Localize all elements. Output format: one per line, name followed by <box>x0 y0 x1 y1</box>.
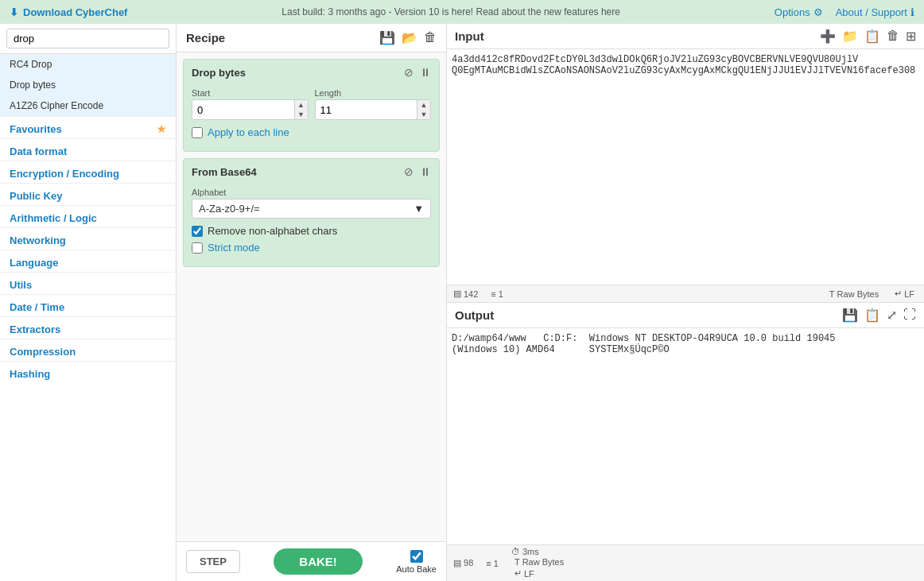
about-link[interactable]: About / Support ℹ <box>836 6 914 18</box>
auto-bake-label[interactable]: Auto Bake <box>396 564 437 574</box>
output-content: D:/wamp64/www C:D:F: Windows NT DESKTOP-… <box>447 328 924 544</box>
output-panel: Output 💾 📋 ⤢ ⛶ D:/wamp64/www C:D:F: Wind… <box>447 303 924 581</box>
sidebar-item-rc4drop[interactable]: RC4 Drop <box>0 54 176 75</box>
recipe-card-frombase64: From Base64 ⊘ ⏸ Alphabet A-Za-z0-9+/= ▼ <box>183 158 440 267</box>
out-lf-icon: ↵ <box>514 568 522 579</box>
output-raw-bytes-btn[interactable]: T Raw Bytes <box>511 556 567 567</box>
sidebar-category-compression[interactable]: Compression <box>0 339 176 361</box>
output-lf-label: LF <box>524 569 534 579</box>
sidebar-category-language[interactable]: Language <box>0 250 176 272</box>
star-icon: ★ <box>157 123 166 135</box>
alphabet-value: A-Za-z0-9+/= <box>199 203 260 215</box>
output-toolbar: 💾 📋 ⤢ ⛶ <box>842 308 916 323</box>
bake-button[interactable]: BAKE! <box>274 548 363 575</box>
sidebar: RC4 Drop Drop bytes A1Z26 Cipher Encode … <box>0 24 177 581</box>
dropbytes-card-icons: ⊘ ⏸ <box>404 66 431 79</box>
out-lines-icon: ≡ <box>486 559 491 568</box>
sidebar-item-dropbytes[interactable]: Drop bytes <box>0 75 176 95</box>
sidebar-category-arithmetic[interactable]: Arithmetic / Logic <box>0 205 176 227</box>
input-new-icon[interactable]: ➕ <box>820 29 836 44</box>
dropbytes-card-body: Start ▲ ▼ Length <box>184 85 439 151</box>
search-input[interactable] <box>6 29 169 48</box>
alphabet-arrow-icon: ▼ <box>413 203 424 215</box>
recipe-content: Drop bytes ⊘ ⏸ Start ▲ <box>177 52 446 541</box>
apply-each-line-label[interactable]: Apply to each line <box>208 126 289 138</box>
input-panel: Input ➕ 📁 📋 🗑 ⊞ ▤ 142 ≡ 1 <box>447 24 924 303</box>
input-toolbar: ➕ 📁 📋 🗑 ⊞ <box>820 29 916 44</box>
input-raw-bytes-btn[interactable]: T Raw Bytes <box>826 289 882 300</box>
sidebar-category-publickey[interactable]: Public Key <box>0 183 176 205</box>
output-status-bar: ▤ 98 ≡ 1 ⏱ 3ms T Raw Bytes <box>447 544 924 581</box>
topbar-brand[interactable]: ⬇ Download CyberChef <box>10 6 127 18</box>
output-fullscreen-icon[interactable]: ⛶ <box>903 308 916 323</box>
sidebar-category-extractors[interactable]: Extractors <box>0 316 176 339</box>
recipe-clear-icon[interactable]: 🗑 <box>424 30 437 45</box>
output-title: Output <box>455 308 494 322</box>
output-bytes-stat: ▤ 98 <box>453 558 473 568</box>
input-clear-icon[interactable]: 🗑 <box>887 29 899 44</box>
start-input-wrapper: ▲ ▼ <box>192 99 309 120</box>
sidebar-category-datetime[interactable]: Date / Time <box>0 294 176 316</box>
out-raw-icon: T <box>514 557 520 567</box>
start-label: Start <box>192 88 309 98</box>
auto-bake-group: Auto Bake <box>396 550 437 574</box>
brand-label[interactable]: Download CyberChef <box>23 6 127 18</box>
strict-mode-checkbox[interactable] <box>192 242 203 254</box>
input-header: Input ➕ 📁 📋 🗑 ⊞ <box>447 24 924 49</box>
input-lf-btn[interactable]: ↵ LF <box>891 288 918 300</box>
sidebar-item-a1z26[interactable]: A1Z26 Cipher Encode <box>0 95 176 116</box>
start-spin-up[interactable]: ▲ <box>295 100 308 110</box>
recipe-load-icon[interactable]: 📂 <box>402 30 417 45</box>
length-input[interactable] <box>316 101 417 119</box>
sidebar-category-utils[interactable]: Utils <box>0 272 176 294</box>
frombase64-disable-icon[interactable]: ⊘ <box>404 165 413 178</box>
alphabet-group: Alphabet A-Za-z0-9+/= ▼ <box>192 188 431 219</box>
dropbytes-disable-icon[interactable]: ⊘ <box>404 66 413 79</box>
input-copy-icon[interactable]: 📋 <box>864 29 880 44</box>
start-input[interactable] <box>192 101 294 119</box>
sidebar-category-networking[interactable]: Networking <box>0 227 176 250</box>
output-expand-icon[interactable]: ⤢ <box>887 308 897 323</box>
length-spin-up[interactable]: ▲ <box>417 100 430 110</box>
dropbytes-pause-icon[interactable]: ⏸ <box>420 66 431 79</box>
recipe-card-frombase64-header: From Base64 ⊘ ⏸ <box>184 159 439 184</box>
start-spin-down[interactable]: ▼ <box>295 110 308 119</box>
frombase64-pause-icon[interactable]: ⏸ <box>420 165 431 178</box>
remove-nonalpha-row: Remove non-alphabet chars <box>192 225 431 237</box>
download-icon: ⬇ <box>10 6 18 18</box>
output-lf-btn[interactable]: ↵ LF <box>511 567 567 579</box>
recipe-save-icon[interactable]: 💾 <box>379 30 395 45</box>
step-button[interactable]: STEP <box>186 550 240 573</box>
sidebar-category-favourites[interactable]: Favourites ★ <box>0 116 176 138</box>
output-copy-icon[interactable]: 📋 <box>864 308 880 323</box>
topbar-links: Options ⚙ About / Support ℹ <box>775 6 914 18</box>
input-textarea[interactable] <box>447 49 924 285</box>
sidebar-category-hashing[interactable]: Hashing <box>0 361 176 383</box>
auto-bake-checkbox[interactable] <box>410 550 423 563</box>
sidebar-category-dataformat[interactable]: Data format <box>0 138 176 161</box>
search-container <box>0 24 176 54</box>
remove-nonalpha-label[interactable]: Remove non-alphabet chars <box>208 225 337 237</box>
recipe-title: Recipe <box>186 31 225 45</box>
strict-mode-row: Strict mode <box>192 242 431 254</box>
frombase64-card-body: Alphabet A-Za-z0-9+/= ▼ Remove non-alpha… <box>184 184 439 266</box>
input-grid-icon[interactable]: ⊞ <box>906 29 916 44</box>
apply-each-line-row: Apply to each line <box>192 126 431 138</box>
input-open-icon[interactable]: 📁 <box>842 29 858 44</box>
apply-each-line-checkbox[interactable] <box>192 127 203 138</box>
strict-mode-label[interactable]: Strict mode <box>208 242 260 254</box>
right-panels: Input ➕ 📁 📋 🗑 ⊞ ▤ 142 ≡ 1 <box>447 24 924 581</box>
bytes-icon: ▤ <box>453 289 461 299</box>
options-link[interactable]: Options ⚙ <box>775 6 823 18</box>
remove-nonalpha-checkbox[interactable] <box>192 226 203 237</box>
output-save-icon[interactable]: 💾 <box>842 308 858 323</box>
alphabet-select[interactable]: A-Za-z0-9+/= ▼ <box>192 199 431 219</box>
recipe-toolbar: 💾 📂 🗑 <box>379 30 437 45</box>
alphabet-label: Alphabet <box>192 188 431 197</box>
length-spin-down[interactable]: ▼ <box>417 110 430 119</box>
raw-bytes-label: Raw Bytes <box>837 289 879 299</box>
frombase64-title: From Base64 <box>192 166 257 178</box>
length-input-wrapper: ▲ ▼ <box>315 99 432 120</box>
sidebar-category-encryption[interactable]: Encryption / Encoding <box>0 161 176 183</box>
dropbytes-fields: Start ▲ ▼ Length <box>192 88 431 120</box>
